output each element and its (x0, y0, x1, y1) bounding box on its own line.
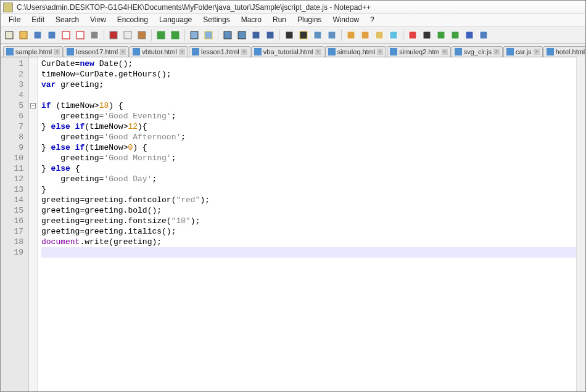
code-line[interactable]: greeting=greeting.fontsize("10"); (41, 216, 582, 226)
record-icon[interactable] (406, 29, 419, 41)
tab-close-icon[interactable]: × (534, 49, 540, 55)
menu-macro[interactable]: Macro (236, 14, 267, 26)
tab-close-icon[interactable]: × (241, 49, 247, 55)
code-line[interactable]: greeting='Good Morning'; (41, 153, 582, 163)
new-file-icon[interactable] (3, 29, 15, 41)
menu-help[interactable]: ? (365, 14, 380, 26)
menu-plugins[interactable]: Plugins (292, 14, 327, 26)
print-icon[interactable] (88, 29, 101, 41)
code-line[interactable]: } else { (41, 163, 582, 174)
save-macro-icon[interactable] (477, 29, 490, 41)
tab-close-icon[interactable]: × (442, 49, 448, 55)
tab-close-icon[interactable]: × (377, 49, 383, 55)
code-line[interactable]: } else if(timeNow>0) { (41, 142, 582, 153)
tab-label: simuleq.html (337, 48, 376, 55)
menu-search[interactable]: Search (50, 14, 85, 26)
find-icon[interactable] (188, 29, 200, 41)
code-line[interactable]: greeting='Good Afternoon'; (41, 132, 582, 142)
tab-label: hotel.html (556, 48, 585, 55)
zoom-in-icon[interactable] (221, 29, 234, 41)
tab-vba_tutorial-html[interactable]: vba_tutorial.html× (251, 46, 324, 57)
menu-view[interactable]: View (85, 14, 112, 26)
tab-hotel-html[interactable]: hotel.html× (543, 46, 586, 57)
code-line[interactable]: if (timeNow>18) { (41, 100, 582, 111)
code-line[interactable]: greeting='Good Evening'; (41, 111, 582, 121)
toolbar (1, 27, 585, 44)
tab-label: lesson1.html (201, 48, 239, 55)
monitor-icon[interactable] (387, 29, 400, 41)
tab-lesson17-html[interactable]: lesson17.html× (64, 46, 129, 57)
tab-close-icon[interactable]: × (315, 49, 321, 55)
code-editor[interactable]: CurDate=new Date();timeNow=CurDate.getHo… (38, 57, 585, 391)
file-icon (328, 48, 336, 55)
vertical-scrollbar[interactable] (576, 57, 585, 391)
tab-close-icon[interactable]: × (493, 49, 500, 55)
menu-run[interactable]: Run (267, 14, 292, 26)
copy-icon[interactable] (122, 29, 134, 41)
menu-language[interactable]: Language (154, 14, 197, 26)
svg-rect-29 (452, 31, 459, 39)
code-line[interactable]: document.write(greeting); (41, 237, 582, 247)
all-chars-icon[interactable] (297, 29, 310, 41)
tab-sample-html[interactable]: sample.html× (3, 46, 63, 57)
close-icon[interactable] (60, 29, 72, 41)
tab-simuleq-html[interactable]: simuleq.html× (325, 46, 387, 57)
paste-icon[interactable] (136, 29, 148, 41)
close-all-icon[interactable] (74, 29, 86, 41)
svg-rect-13 (205, 31, 212, 39)
tab-lesson1-html[interactable]: lesson1.html× (189, 46, 250, 57)
tab-svg_cir-js[interactable]: svg_cir.js× (452, 46, 503, 57)
svg-rect-0 (6, 31, 13, 39)
svg-rect-23 (361, 31, 369, 39)
tab-vbtutor-html[interactable]: vbtutor.html× (130, 46, 188, 57)
fast-icon[interactable] (463, 29, 476, 41)
redo-icon[interactable] (169, 29, 181, 41)
indent-guide2-icon[interactable] (326, 29, 338, 41)
file-icon (547, 48, 554, 55)
code-line[interactable]: greeting=greeting.bold(); (41, 205, 582, 216)
code-line[interactable]: var greeting; (41, 80, 582, 90)
menu-encoding[interactable]: Encoding (112, 14, 154, 26)
save-all-icon[interactable] (46, 29, 58, 41)
tab-car-js[interactable]: car.js× (503, 46, 543, 57)
code-line[interactable]: CurDate=new Date(); (41, 59, 582, 69)
code-line[interactable]: greeting=greeting.fontcolor("red"); (41, 195, 582, 205)
code-line[interactable] (41, 90, 582, 100)
svg-rect-16 (252, 31, 260, 39)
replace-icon[interactable] (202, 29, 215, 41)
fold-toggle-icon[interactable]: − (30, 103, 36, 108)
code-line[interactable]: timeNow=CurDate.getHours(); (41, 69, 582, 80)
play-multi-icon[interactable] (449, 29, 461, 41)
code-line[interactable]: greeting=greeting.italics(); (41, 226, 582, 237)
menu-window[interactable]: Window (327, 14, 365, 26)
code-line[interactable]: } else if(timeNow>12){ (41, 121, 582, 132)
sync-h-icon[interactable] (264, 29, 276, 41)
stop-icon[interactable] (421, 29, 433, 41)
tab-close-icon[interactable]: × (179, 49, 185, 55)
cut-icon[interactable] (107, 29, 120, 41)
menu-file[interactable]: File (3, 14, 26, 26)
tab-simuleq2-htm[interactable]: simuleq2.htm× (387, 46, 450, 57)
code-line[interactable]: greeting='Good Day'; (41, 174, 582, 184)
code-line[interactable]: } (41, 184, 582, 195)
menu-settings[interactable]: Settings (197, 14, 235, 26)
menu-edit[interactable]: Edit (26, 14, 50, 26)
save-icon[interactable] (31, 29, 44, 41)
func-list-icon[interactable] (359, 29, 371, 41)
open-file-icon[interactable] (17, 29, 30, 41)
doc-map-icon[interactable] (345, 29, 357, 41)
sync-v-icon[interactable] (250, 29, 262, 41)
svg-rect-2 (34, 31, 41, 39)
zoom-out-icon[interactable] (236, 29, 248, 41)
wordwrap-icon[interactable] (283, 29, 295, 41)
tab-close-icon[interactable]: × (54, 49, 60, 55)
code-line[interactable] (41, 247, 582, 258)
undo-icon[interactable] (155, 29, 167, 41)
tab-label: vbtutor.html (142, 48, 177, 55)
play-icon[interactable] (435, 29, 447, 41)
line-number-gutter: 12345678910111213141516171819 (1, 57, 29, 391)
tab-close-icon[interactable]: × (120, 49, 126, 55)
tab-label: simuleq2.htm (399, 48, 439, 55)
indent-guide-icon[interactable] (312, 29, 324, 41)
folder-icon[interactable] (373, 29, 386, 41)
